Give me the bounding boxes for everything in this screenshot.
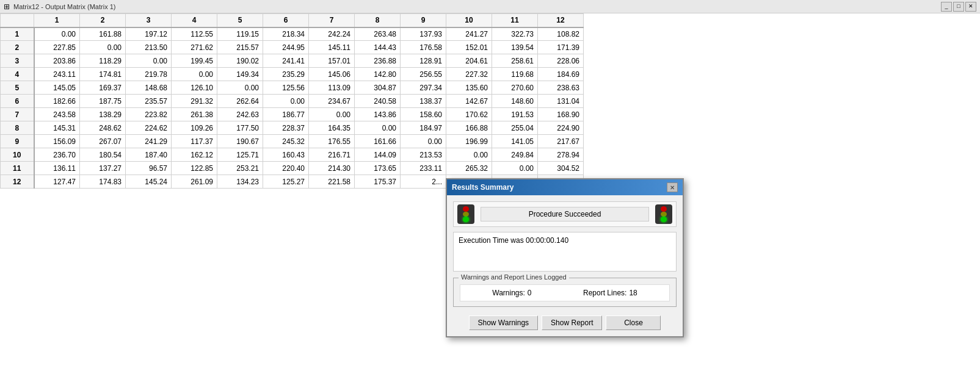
cell-10-12: 278.94 — [538, 148, 584, 162]
cell-4-2: 174.81 — [80, 68, 126, 81]
minimize-button[interactable]: _ — [941, 2, 952, 12]
dialog-close-x-button[interactable]: ✕ — [667, 182, 678, 192]
close-button[interactable]: Close — [606, 315, 661, 330]
cell-6-10: 142.67 — [446, 95, 492, 108]
cell-6-12: 131.04 — [538, 95, 584, 108]
cell-6-6: 0.00 — [263, 95, 309, 108]
cell-10-3: 187.40 — [126, 148, 172, 162]
cell-9-4: 117.37 — [172, 135, 217, 148]
cell-6-3: 235.57 — [126, 95, 172, 108]
cell-2-4: 271.62 — [172, 41, 217, 54]
warnings-stat: Warnings: 0 — [492, 289, 531, 297]
cell-11-9: 233.11 — [401, 162, 446, 175]
execution-label: Execution Time was — [459, 236, 524, 245]
cell-6-9: 138.37 — [401, 95, 446, 108]
dialog-buttons: Show Warnings Show Report Close — [453, 313, 677, 330]
cell-1-3: 197.12 — [126, 27, 172, 41]
cell-10-6: 160.43 — [263, 148, 309, 162]
cell-7-8: 143.86 — [355, 108, 401, 121]
cell-1-4: 112.55 — [172, 27, 217, 41]
cell-7-11: 191.53 — [492, 108, 538, 121]
results-summary-dialog[interactable]: Results Summary ✕ Procedure Succeeded — [446, 178, 684, 337]
cell-3-3: 0.00 — [126, 54, 172, 68]
cell-2-7: 145.11 — [309, 41, 355, 54]
row-header-5: 5 — [1, 81, 34, 95]
cell-4-9: 256.55 — [401, 68, 446, 81]
cell-1-2: 161.88 — [80, 27, 126, 41]
cell-8-7: 164.35 — [309, 121, 355, 135]
close-window-button[interactable]: ✕ — [965, 2, 976, 12]
col-header-1: 1 — [34, 14, 80, 27]
cell-4-4: 0.00 — [172, 68, 217, 81]
cell-7-1: 243.58 — [34, 108, 80, 121]
cell-7-6: 186.77 — [263, 108, 309, 121]
cell-4-6: 235.29 — [263, 68, 309, 81]
maximize-button[interactable]: □ — [953, 2, 964, 12]
row-header-9: 9 — [1, 135, 34, 148]
cell-4-10: 227.32 — [446, 68, 492, 81]
cell-5-11: 270.60 — [492, 81, 538, 95]
show-report-button[interactable]: Show Report — [542, 315, 602, 330]
matrix-table: 1 2 3 4 5 6 7 8 9 10 11 12 10.00161.8819… — [0, 13, 584, 189]
cell-1-5: 119.15 — [217, 27, 263, 41]
cell-8-3: 224.62 — [126, 121, 172, 135]
table-row: 2227.850.00213.50271.62215.57244.95145.1… — [1, 41, 584, 54]
cell-1-1: 0.00 — [34, 27, 80, 41]
yellow-light-right — [661, 212, 667, 217]
table-row: 10236.70180.54187.40162.12125.71160.4321… — [1, 148, 584, 162]
red-light-right — [661, 206, 667, 212]
cell-11-7: 214.30 — [309, 162, 355, 175]
cell-9-8: 161.66 — [355, 135, 401, 148]
cell-6-7: 234.67 — [309, 95, 355, 108]
cell-2-2: 0.00 — [80, 41, 126, 54]
window-controls: _ □ ✕ — [941, 2, 976, 12]
cell-11-3: 96.57 — [126, 162, 172, 175]
cell-4-8: 142.80 — [355, 68, 401, 81]
cell-8-4: 109.26 — [172, 121, 217, 135]
cell-2-12: 171.39 — [538, 41, 584, 54]
cell-10-2: 180.54 — [80, 148, 126, 162]
execution-time: 00:00:00.140 — [526, 236, 568, 245]
cell-3-9: 128.91 — [401, 54, 446, 68]
table-row: 5145.05169.37148.68126.100.00125.56113.0… — [1, 81, 584, 95]
warnings-value: 0 — [528, 289, 532, 297]
cell-4-7: 145.06 — [309, 68, 355, 81]
green-light-left — [463, 217, 469, 222]
col-header-5: 5 — [217, 14, 263, 27]
cell-9-1: 156.09 — [34, 135, 80, 148]
row-header-1: 1 — [1, 27, 34, 41]
execution-area: Execution Time was 00:00:00.140 — [453, 232, 677, 272]
cell-10-9: 213.53 — [401, 148, 446, 162]
report-lines-label: Report Lines: — [583, 289, 626, 297]
cell-8-9: 184.97 — [401, 121, 446, 135]
cell-9-11: 141.05 — [492, 135, 538, 148]
cell-11-10: 265.32 — [446, 162, 492, 175]
cell-11-4: 122.85 — [172, 162, 217, 175]
cell-12-8: 175.37 — [355, 175, 401, 189]
cell-5-4: 126.10 — [172, 81, 217, 95]
cell-7-12: 168.90 — [538, 108, 584, 121]
cell-11-12: 304.52 — [538, 162, 584, 175]
cell-5-10: 135.60 — [446, 81, 492, 95]
cell-9-9: 0.00 — [401, 135, 446, 148]
row-header-10: 10 — [1, 148, 34, 162]
cell-8-10: 166.88 — [446, 121, 492, 135]
cell-12-9: 2... — [401, 175, 446, 189]
show-warnings-button[interactable]: Show Warnings — [469, 315, 539, 330]
report-lines-stat: Report Lines: 18 — [583, 289, 637, 297]
cell-2-8: 144.43 — [355, 41, 401, 54]
cell-10-1: 236.70 — [34, 148, 80, 162]
cell-8-2: 248.62 — [80, 121, 126, 135]
row-header-12: 12 — [1, 175, 34, 189]
row-header-3: 3 — [1, 54, 34, 68]
cell-6-11: 148.60 — [492, 95, 538, 108]
cell-6-8: 240.58 — [355, 95, 401, 108]
cell-3-12: 228.06 — [538, 54, 584, 68]
cell-3-10: 204.61 — [446, 54, 492, 68]
cell-5-5: 0.00 — [217, 81, 263, 95]
cell-10-8: 144.09 — [355, 148, 401, 162]
cell-10-10: 0.00 — [446, 148, 492, 162]
cell-5-6: 125.56 — [263, 81, 309, 95]
dialog-body: Procedure Succeeded Execution Time was 0… — [447, 195, 683, 336]
cell-3-2: 118.29 — [80, 54, 126, 68]
